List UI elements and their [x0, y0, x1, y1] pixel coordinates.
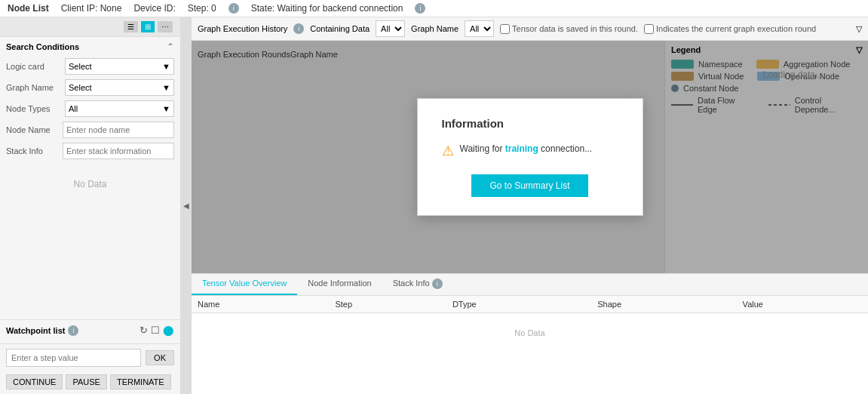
- grid-view-button[interactable]: ⊞: [141, 21, 155, 32]
- containing-data-label: Containing Data: [310, 24, 370, 33]
- tensor-data-checkbox-item: Tensor data is saved in this round.: [500, 24, 638, 34]
- client-ip: Client IP: None: [61, 3, 122, 14]
- bottom-controls: OK: [0, 343, 180, 371]
- graph-area: Graph Execution Rounds Graph Name Loadin…: [192, 41, 868, 273]
- collapse-right-icon[interactable]: ▽: [856, 24, 862, 34]
- more-button[interactable]: ⋯: [158, 21, 173, 32]
- pause-button[interactable]: PAUSE: [66, 374, 106, 389]
- continue-button[interactable]: CONTINUE: [6, 374, 63, 389]
- left-panel: ☰ ⊞ ⋯ Search Conditions ⌃ Logic card Sel…: [0, 17, 181, 394]
- modal-body: ⚠ Waiting for training connection...: [442, 142, 618, 159]
- modal-box: Information ⚠ Waiting for training conne…: [417, 98, 643, 216]
- sidebar-collapse-handle[interactable]: ◀: [181, 17, 192, 394]
- tab-content-tensor: Name Step DType Shape Value No Data: [192, 296, 868, 394]
- go-to-summary-button[interactable]: Go to Summary List: [471, 174, 587, 197]
- watchpoint-info-icon[interactable]: i: [68, 325, 78, 336]
- tensor-data-label: Tensor data is saved in this round.: [512, 24, 638, 33]
- info-icon-state[interactable]: i: [415, 3, 425, 14]
- top-bar: Node List Client IP: None Device ID: Ste…: [0, 0, 868, 17]
- watchpoint-section: Watchpoint list i ↻ ☐ ⬤: [0, 319, 180, 343]
- state-info: State: Waiting for backend connection: [251, 3, 403, 14]
- tab-stack-info[interactable]: Stack Info i: [382, 274, 453, 295]
- watchpoint-active-icon[interactable]: ⬤: [163, 325, 174, 336]
- node-types-select[interactable]: All ▼: [65, 100, 174, 117]
- col-shape: Shape: [591, 296, 736, 313]
- app-container: Node List Client IP: None Device ID: Ste…: [0, 0, 868, 394]
- highlight-training: training: [505, 143, 538, 154]
- graph-name-label: Graph Name: [6, 83, 65, 92]
- search-conditions-title: Search Conditions: [6, 42, 79, 51]
- graph-name-row: Graph Name Select ▼: [6, 79, 174, 96]
- current-round-label: Indicates the current graph execution ro…: [656, 24, 816, 33]
- tab-node-information[interactable]: Node Information: [297, 274, 382, 295]
- modal-message: Waiting for training connection...: [460, 142, 593, 155]
- step-value-input[interactable]: [6, 349, 141, 367]
- col-step: Step: [329, 296, 446, 313]
- history-info-icon[interactable]: i: [293, 23, 304, 34]
- col-name: Name: [192, 296, 329, 313]
- logic-card-select[interactable]: Select ▼: [65, 58, 174, 75]
- chevron-down-icon: ▼: [162, 62, 170, 71]
- right-panel: Graph Execution History i Containing Dat…: [192, 17, 868, 394]
- watchpoint-action-icons: ↻ ☐ ⬤: [140, 325, 174, 336]
- node-name-label: Node Name: [6, 125, 63, 134]
- app-title: Node List: [8, 3, 49, 14]
- node-types-row: Node Types All ▼: [6, 100, 174, 117]
- search-conditions: Search Conditions ⌃ Logic card Select ▼ …: [0, 37, 180, 319]
- ok-button[interactable]: OK: [146, 350, 174, 365]
- chevron-down-icon-2: ▼: [162, 83, 170, 92]
- current-round-checkbox[interactable]: [644, 24, 654, 34]
- chevron-down-icon-3: ▼: [162, 104, 170, 113]
- stack-info-row: Stack Info: [6, 143, 174, 159]
- node-list-title-bar: ☰ ⊞ ⋯: [0, 17, 180, 37]
- current-round-checkbox-item: Indicates the current graph execution ro…: [644, 24, 816, 34]
- bottom-panel: Tensor Value Overview Node Information S…: [192, 273, 868, 394]
- col-value: Value: [737, 296, 868, 313]
- watchpoint-add-icon[interactable]: ☐: [151, 325, 160, 336]
- graph-name-filter-label: Graph Name: [411, 24, 459, 33]
- info-icon-step[interactable]: i: [229, 3, 239, 14]
- logic-card-row: Logic card Select ▼: [6, 58, 174, 75]
- node-name-input[interactable]: [63, 122, 174, 138]
- view-toggle-icons: ☰ ⊞ ⋯: [124, 21, 173, 32]
- main-area: ☰ ⊞ ⋯ Search Conditions ⌃ Logic card Sel…: [0, 17, 868, 394]
- col-dtype: DType: [446, 296, 591, 313]
- tensor-data-checkbox[interactable]: [500, 24, 510, 34]
- tensor-table: Name Step DType Shape Value No Data: [192, 296, 868, 352]
- step-info: Step: 0: [188, 3, 216, 14]
- stack-info-tab-icon[interactable]: i: [432, 279, 443, 289]
- no-data-left: No Data: [6, 164, 174, 205]
- logic-card-label: Logic card: [6, 62, 65, 71]
- watchpoint-title: Watchpoint list: [6, 326, 65, 335]
- list-view-button[interactable]: ☰: [124, 21, 138, 32]
- collapse-search-icon[interactable]: ⌃: [167, 42, 174, 52]
- right-top-bar: Graph Execution History i Containing Dat…: [192, 17, 868, 41]
- modal-overlay: Information ⚠ Waiting for training conne…: [192, 41, 868, 273]
- node-types-label: Node Types: [6, 104, 65, 113]
- device-id: Device ID:: [133, 3, 175, 14]
- action-buttons-row: CONTINUE PAUSE TERMINATE: [0, 371, 180, 394]
- modal-warning-icon: ⚠: [442, 143, 454, 159]
- watchpoint-refresh-icon[interactable]: ↻: [140, 325, 148, 336]
- graph-execution-history-label: Graph Execution History: [198, 24, 287, 33]
- tensor-no-data: No Data: [192, 313, 868, 353]
- modal-title: Information: [442, 117, 618, 130]
- graph-name-select[interactable]: Select ▼: [65, 79, 174, 96]
- terminate-button[interactable]: TERMINATE: [110, 374, 171, 389]
- stack-info-input[interactable]: [63, 143, 174, 159]
- graph-name-filter-select[interactable]: All: [465, 20, 494, 37]
- stack-info-label: Stack Info: [6, 146, 63, 155]
- watchpoint-header: Watchpoint list i ↻ ☐ ⬤: [6, 325, 174, 336]
- containing-data-select[interactable]: All: [376, 20, 405, 37]
- tabs-row: Tensor Value Overview Node Information S…: [192, 274, 868, 296]
- node-name-row: Node Name: [6, 122, 174, 138]
- tab-tensor-value[interactable]: Tensor Value Overview: [192, 274, 297, 295]
